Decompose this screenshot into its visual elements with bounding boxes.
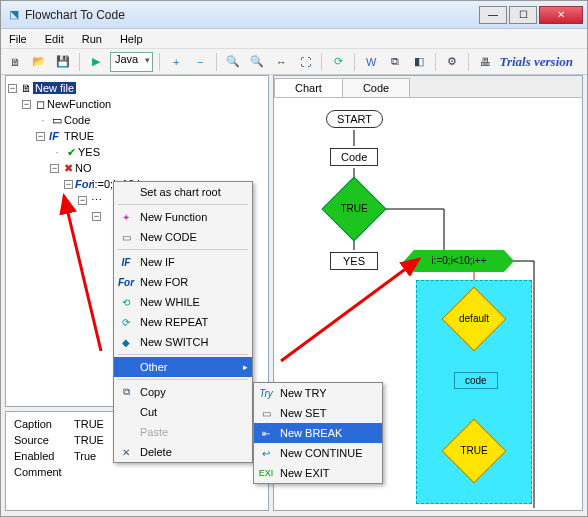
- zoom-out-icon[interactable]: 🔍: [223, 52, 243, 72]
- prop-source-label: Source: [14, 434, 74, 446]
- context-submenu: TryNew TRY ▭New SET ⇤New BREAK ↩New CONT…: [253, 382, 383, 484]
- prop-caption-value: TRUE: [74, 418, 104, 430]
- ctx-cut[interactable]: Cut: [114, 402, 252, 422]
- ctx-delete[interactable]: ✕Delete: [114, 442, 252, 462]
- zoom-in-icon[interactable]: 🔍: [247, 52, 267, 72]
- zoom-width-icon[interactable]: ↔: [271, 52, 291, 72]
- toolbar: 🗎 📂 💾 ▶ Java + − 🔍 🔍 ↔ ⛶ ⟳ W ⧉ ◧ ⚙ 🖶 Tri…: [1, 49, 587, 75]
- menu-help[interactable]: Help: [116, 31, 147, 47]
- tree-code[interactable]: Code: [64, 114, 90, 126]
- context-menu: Set as chart root ✦New Function ▭New COD…: [113, 181, 253, 463]
- menu-file[interactable]: File: [5, 31, 31, 47]
- tab-code[interactable]: Code: [342, 78, 410, 97]
- ctx-new-break[interactable]: ⇤New BREAK: [254, 423, 382, 443]
- ctx-new-code[interactable]: ▭New CODE: [114, 227, 252, 247]
- menu-run[interactable]: Run: [78, 31, 106, 47]
- ctx-new-try[interactable]: TryNew TRY: [254, 383, 382, 403]
- ctx-new-switch[interactable]: ◆New SWITCH: [114, 332, 252, 352]
- tree-if[interactable]: TRUE: [64, 130, 94, 142]
- prop-enabled-label: Enabled: [14, 450, 74, 462]
- app-icon: ⬔: [9, 8, 19, 21]
- settings-icon[interactable]: ⚙: [442, 52, 462, 72]
- shape-yes[interactable]: YES: [330, 252, 378, 270]
- tree-root[interactable]: New file: [33, 82, 76, 94]
- maximize-button[interactable]: ☐: [509, 6, 537, 24]
- window-title: Flowchart To Code: [25, 8, 477, 22]
- save-icon[interactable]: 💾: [53, 52, 73, 72]
- trials-label: Trials version: [499, 54, 583, 70]
- tree-no[interactable]: NO: [75, 162, 92, 174]
- new-file-icon[interactable]: 🗎: [5, 52, 25, 72]
- shape-code[interactable]: Code: [330, 148, 378, 166]
- prop-source-value: TRUE: [74, 434, 104, 446]
- shape-start[interactable]: START: [326, 110, 383, 128]
- run-icon[interactable]: ▶: [86, 52, 106, 72]
- title-bar: ⬔ Flowchart To Code — ☐ ✕: [1, 1, 587, 29]
- prop-comment-label: Comment: [14, 466, 74, 478]
- ctx-copy[interactable]: ⧉Copy: [114, 382, 252, 402]
- ctx-new-if[interactable]: IFNew IF: [114, 252, 252, 272]
- ctx-new-set[interactable]: ▭New SET: [254, 403, 382, 423]
- tree-function[interactable]: NewFunction: [47, 98, 111, 110]
- ctx-other[interactable]: Other: [114, 357, 252, 377]
- tree-yes[interactable]: YES: [78, 146, 100, 158]
- shape-true[interactable]: TRUE: [321, 176, 386, 241]
- menu-bar: File Edit Run Help: [1, 29, 587, 49]
- tab-chart[interactable]: Chart: [274, 78, 343, 97]
- language-select[interactable]: Java: [110, 52, 153, 72]
- ctx-new-while[interactable]: ⟲New WHILE: [114, 292, 252, 312]
- language-label: Java: [115, 53, 138, 65]
- zoom-fit-icon[interactable]: ⛶: [295, 52, 315, 72]
- ctx-set-root[interactable]: Set as chart root: [114, 182, 252, 202]
- minimize-button[interactable]: —: [479, 6, 507, 24]
- ctx-paste: Paste: [114, 422, 252, 442]
- ctx-new-exit[interactable]: EXINew EXIT: [254, 463, 382, 483]
- menu-edit[interactable]: Edit: [41, 31, 68, 47]
- ctx-new-continue[interactable]: ↩New CONTINUE: [254, 443, 382, 463]
- add-icon[interactable]: +: [166, 52, 186, 72]
- prop-caption-label: Caption: [14, 418, 74, 430]
- remove-icon[interactable]: −: [190, 52, 210, 72]
- ctx-new-function[interactable]: ✦New Function: [114, 207, 252, 227]
- close-button[interactable]: ✕: [539, 6, 583, 24]
- shape-inner-code[interactable]: code: [454, 372, 498, 389]
- refresh-icon[interactable]: ⟳: [328, 52, 348, 72]
- print-icon[interactable]: 🖶: [475, 52, 495, 72]
- open-icon[interactable]: 📂: [29, 52, 49, 72]
- export-svg-icon[interactable]: ◧: [409, 52, 429, 72]
- prop-enabled-value: True: [74, 450, 96, 462]
- shape-for[interactable]: i:=0;i<10;i++: [414, 250, 504, 272]
- ctx-new-for[interactable]: ForNew FOR: [114, 272, 252, 292]
- ctx-new-repeat[interactable]: ⟳New REPEAT: [114, 312, 252, 332]
- export-word-icon[interactable]: W: [361, 52, 381, 72]
- export-image-icon[interactable]: ⧉: [385, 52, 405, 72]
